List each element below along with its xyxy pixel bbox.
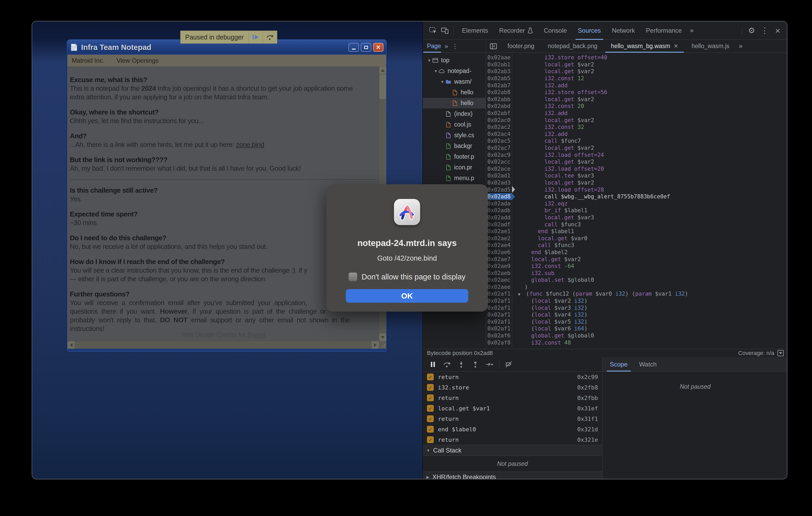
- code-line[interactable]: 0x02ae1 end $label1: [486, 228, 787, 235]
- tree-expand-icon[interactable]: ▼: [433, 69, 439, 73]
- code-address[interactable]: 0x02ac0: [486, 117, 512, 124]
- credits-link[interactable]: Bryant: [247, 331, 265, 338]
- code-address[interactable]: 0x02aae: [486, 54, 512, 61]
- step-button[interactable]: [483, 358, 496, 370]
- code-line[interactable]: 0x02ae2 local.get $var0: [486, 235, 787, 242]
- code-line[interactable]: 0x02ac2 i32.const 32: [486, 124, 787, 131]
- breakpoint-checkbox[interactable]: ✓: [427, 405, 434, 412]
- code-address[interactable]: 0x02ac7: [486, 145, 512, 152]
- dont-allow-checkbox[interactable]: [348, 272, 357, 281]
- tab-performance[interactable]: Performance: [640, 22, 687, 40]
- code-address[interactable]: 0x02ace: [486, 165, 512, 173]
- file-tab-notepad_back.png[interactable]: notepad_back.png: [541, 40, 604, 53]
- tree-item-hello[interactable]: hello: [423, 87, 486, 98]
- step-over-button[interactable]: [263, 31, 277, 43]
- step-out-button[interactable]: [468, 358, 483, 370]
- code-address[interactable]: 0x02ac4: [486, 131, 512, 138]
- close-tab-icon[interactable]: ×: [674, 42, 678, 50]
- code-line[interactable]: 0x02ace i32.load offset=20: [486, 165, 787, 173]
- breakpoint-row[interactable]: ✓end $label00x321d: [423, 424, 602, 434]
- code-address[interactable]: 0x02abb: [486, 96, 512, 103]
- code-address[interactable]: 0x02adf: [486, 221, 512, 228]
- code-line[interactable]: 0x02ab8 i32.store offset=56: [486, 89, 787, 96]
- breakpoint-checkbox[interactable]: ✓: [427, 426, 434, 433]
- current-execution-address[interactable]: 0x02ad8: [486, 193, 512, 200]
- tab-recorder[interactable]: Recorder: [494, 22, 539, 40]
- tree-expand-icon[interactable]: ▼: [427, 58, 432, 62]
- settings-button[interactable]: ⚙: [746, 25, 758, 37]
- code-line[interactable]: 0x02af1 (local $var5 i32): [486, 318, 787, 326]
- tab-sources[interactable]: Sources: [572, 22, 606, 40]
- vertical-scroll-thumb[interactable]: [380, 75, 386, 99]
- xhr-breakpoints-section-header[interactable]: ▶ XHR/fetch Breakpoints: [423, 472, 602, 479]
- code-address[interactable]: 0x02ada: [486, 200, 512, 207]
- breakpoint-row[interactable]: ✓return0x321e: [423, 434, 602, 445]
- code-line[interactable]: 0x02ab3 local.get $var2: [486, 68, 787, 75]
- code-line[interactable]: 0x02ae4 call $func3: [486, 242, 787, 249]
- code-address[interactable]: 0x02ab7: [486, 82, 512, 89]
- code-line[interactable]: 0x02acc local.get $var2: [486, 158, 787, 165]
- code-address[interactable]: 0x02aec: [486, 277, 512, 284]
- tree-expand-icon[interactable]: ▼: [439, 80, 445, 84]
- code-line[interactable]: 0x02adb br_if $label1: [486, 207, 787, 214]
- close-devtools-button[interactable]: ×: [772, 25, 784, 37]
- code-address[interactable]: 0x02af1: [486, 304, 512, 311]
- code-line[interactable]: 0x02aeb i32.sub: [486, 270, 787, 277]
- pause-button[interactable]: [426, 358, 440, 370]
- tree-item-cool.js[interactable]: cool.js: [423, 119, 486, 130]
- collapse-sidebar-button[interactable]: [486, 40, 501, 53]
- scroll-left-button[interactable]: [68, 341, 75, 349]
- code-line[interactable]: 0x02ac7 local.get $var2: [486, 145, 787, 152]
- tab-network[interactable]: Network: [606, 22, 640, 40]
- code-line[interactable]: 0x02ac0 local.get $var2: [486, 117, 787, 124]
- resize-grip[interactable]: [379, 341, 386, 349]
- code-address[interactable]: 0x02ab5: [486, 75, 512, 82]
- deactivate-breakpoints-button[interactable]: [502, 358, 516, 370]
- breakpoint-checkbox[interactable]: ✓: [427, 373, 434, 380]
- code-line[interactable]: 0x02ad8 call $wbg.__wbg_alert_8755b7883b…: [486, 193, 787, 200]
- tree-item-backgr[interactable]: backgr: [423, 141, 486, 151]
- code-address[interactable]: 0x02ae1: [486, 228, 512, 235]
- menu-item-matroid-inc[interactable]: Matroid Inc.: [72, 57, 105, 64]
- breakpoint-row[interactable]: ✓return0x2fbb: [423, 393, 602, 403]
- code-address[interactable]: 0x02ae6: [486, 249, 512, 256]
- scroll-up-button[interactable]: [379, 67, 386, 74]
- code-line[interactable]: 0x02ae6 end $label2: [486, 249, 787, 256]
- code-line[interactable]: 0x02ada i32.eqz: [486, 200, 787, 207]
- code-address[interactable]: 0x02af6: [486, 332, 512, 339]
- code-address[interactable]: 0x02ae7: [486, 256, 512, 263]
- code-address[interactable]: 0x02ae2: [486, 235, 512, 242]
- tree-item-hello[interactable]: hello: [423, 98, 486, 109]
- code-address[interactable]: 0x02aeb: [486, 270, 512, 277]
- code-address[interactable]: 0x02ad3: [486, 179, 512, 186]
- step-into-button[interactable]: [454, 358, 468, 370]
- breakpoint-checkbox[interactable]: ✓: [427, 384, 434, 391]
- breakpoint-row[interactable]: ✓return0x2c99: [423, 372, 602, 382]
- inspect-element-button[interactable]: [427, 25, 439, 37]
- maximize-button[interactable]: [361, 43, 371, 52]
- breakpoint-checkbox[interactable]: ✓: [427, 415, 434, 422]
- code-line[interactable]: 0x02ad5 i32.load offset=28: [486, 186, 787, 193]
- fold-chevron-icon[interactable]: ▼: [518, 292, 523, 297]
- scroll-down-button[interactable]: [379, 334, 386, 341]
- code-address[interactable]: 0x02add: [486, 214, 512, 221]
- code-line[interactable]: 0x02af1▼ (func $func12 (param $var0 i32)…: [486, 291, 787, 298]
- code-line[interactable]: 0x02ac4 i32.add: [486, 131, 787, 138]
- code-address[interactable]: 0x02af1: [486, 318, 512, 326]
- minimize-button[interactable]: [348, 43, 359, 52]
- code-line[interactable]: 0x02ab5 i32.const 12: [486, 75, 787, 82]
- code-line[interactable]: 0x02af1 (local $var3 i32): [486, 304, 787, 311]
- devtools-menu-button[interactable]: ⋮: [759, 25, 771, 37]
- tree-item-(index)[interactable]: (index): [423, 109, 486, 119]
- tree-item-icon.pr[interactable]: icon.pr: [423, 162, 486, 173]
- code-address[interactable]: 0x02af1: [486, 325, 512, 332]
- tree-item-wasm/[interactable]: ▼wasm/: [423, 76, 486, 87]
- code-line[interactable]: 0x02add local.get $var3: [486, 214, 787, 221]
- code-line[interactable]: 0x02ad3 local.get $var2: [486, 179, 787, 186]
- tree-item-menu.p[interactable]: menu.p: [423, 173, 486, 183]
- scroll-right-button[interactable]: [372, 341, 379, 349]
- tree-item-footer.p[interactable]: footer.p: [423, 151, 486, 162]
- coverage-icon[interactable]: [778, 350, 784, 356]
- tab-scope[interactable]: Scope: [604, 357, 633, 371]
- code-address[interactable]: 0x02af1: [486, 291, 512, 298]
